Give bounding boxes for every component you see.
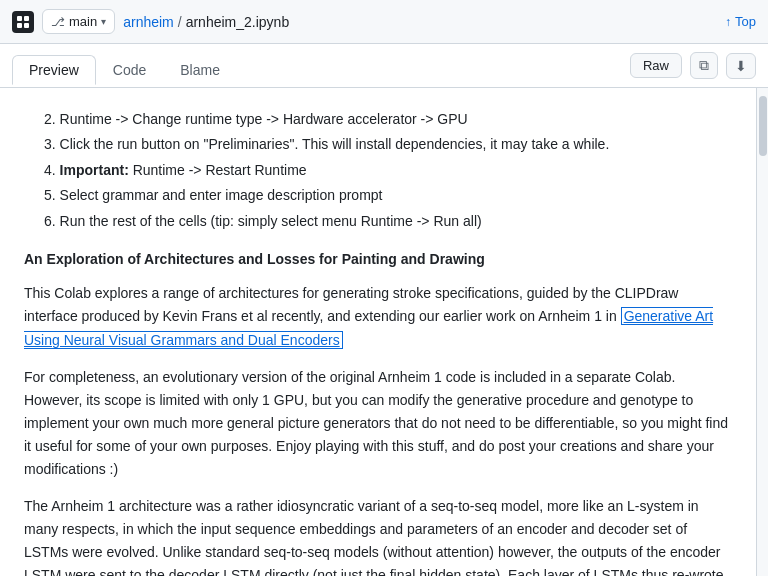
list-item: 4. Important: Runtime -> Restart Runtime [44, 159, 732, 181]
svg-rect-0 [17, 16, 22, 21]
list-item: 6. Run the rest of the cells (tip: simpl… [44, 210, 732, 232]
instruction-list: 2. Runtime -> Change runtime type -> Har… [44, 108, 732, 232]
scrollbar[interactable] [756, 88, 768, 576]
top-bar: ⎇ main ▾ arnheim / arnheim_2.ipynb ↑ Top [0, 0, 768, 44]
top-link[interactable]: ↑ Top [725, 14, 756, 29]
breadcrumb-repo[interactable]: arnheim [123, 14, 174, 30]
list-item: 2. Runtime -> Change runtime type -> Har… [44, 108, 732, 130]
raw-button[interactable]: Raw [630, 53, 682, 78]
breadcrumb-file: arnheim_2.ipynb [186, 14, 290, 30]
list-item: 5. Select grammar and enter image descri… [44, 184, 732, 206]
tabs: Preview Code Blame [12, 55, 237, 84]
paragraph-1: This Colab explores a range of architect… [24, 282, 732, 351]
breadcrumb: arnheim / arnheim_2.ipynb [123, 14, 289, 30]
branch-selector[interactable]: ⎇ main ▾ [42, 9, 115, 34]
scrollbar-thumb[interactable] [759, 96, 767, 156]
branch-icon: ⎇ [51, 15, 65, 29]
svg-rect-3 [24, 23, 29, 28]
paragraph-3: The Arnheim 1 architecture was a rather … [24, 495, 732, 576]
tab-bar: Preview Code Blame Raw ⧉ ⬇ [0, 44, 768, 88]
top-bar-left: ⎇ main ▾ arnheim / arnheim_2.ipynb [12, 9, 725, 34]
svg-rect-2 [17, 23, 22, 28]
breadcrumb-separator: / [178, 14, 182, 30]
content-area: 2. Runtime -> Change runtime type -> Har… [0, 88, 768, 576]
copy-button[interactable]: ⧉ [690, 52, 718, 79]
repo-icon [12, 11, 34, 33]
tab-actions: Raw ⧉ ⬇ [630, 52, 756, 87]
chevron-down-icon: ▾ [101, 16, 106, 27]
svg-rect-1 [24, 16, 29, 21]
paragraph-2: For completeness, an evolutionary versio… [24, 366, 732, 481]
top-label: Top [735, 14, 756, 29]
section-title: An Exploration of Architectures and Loss… [24, 248, 732, 270]
download-button[interactable]: ⬇ [726, 53, 756, 79]
copy-icon: ⧉ [699, 57, 709, 73]
tab-preview[interactable]: Preview [12, 55, 96, 85]
main-content: 2. Runtime -> Change runtime type -> Har… [0, 88, 756, 576]
download-icon: ⬇ [735, 58, 747, 74]
list-item: 3. Click the run button on "Preliminarie… [44, 133, 732, 155]
top-bar-right: ↑ Top [725, 14, 756, 29]
tab-blame[interactable]: Blame [163, 55, 237, 85]
branch-name: main [69, 14, 97, 29]
top-arrow-icon: ↑ [725, 15, 731, 29]
tab-code[interactable]: Code [96, 55, 163, 85]
